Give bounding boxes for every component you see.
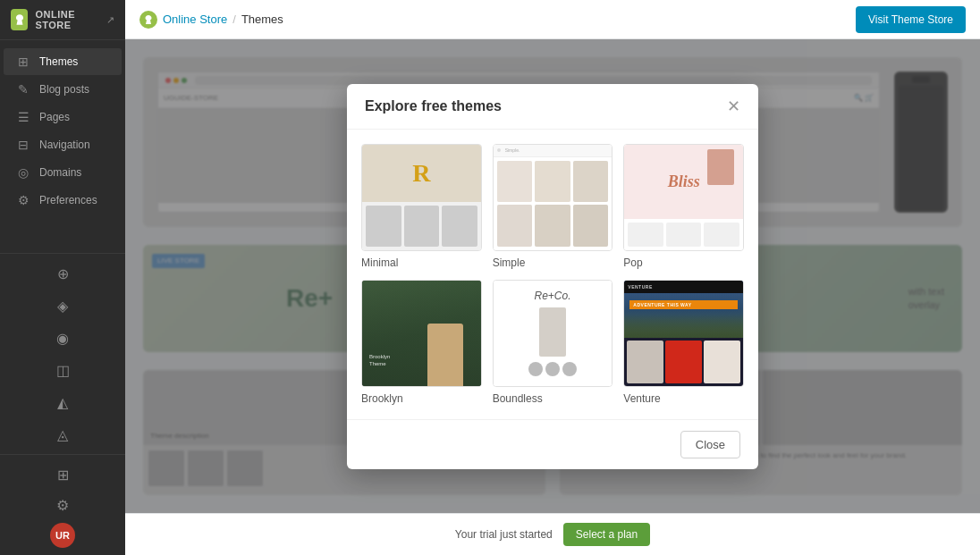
pop-main: Bliss — [624, 145, 743, 219]
boundless-avatar-2 — [545, 362, 560, 376]
sidebar-item-label-preferences: Preferences — [39, 194, 97, 206]
theme-preview-boundless: Re+Co. — [493, 280, 613, 387]
sidebar-products-icon[interactable]: ◈ — [50, 293, 75, 318]
pop-image — [707, 149, 734, 185]
simple-product-3 — [573, 161, 609, 203]
topbar: Online Store / Themes Visit Theme Store — [125, 0, 980, 39]
sidebar-item-domains[interactable]: ◎ Domains — [4, 159, 122, 186]
breadcrumb: Online Store / Themes — [139, 11, 283, 29]
minimal-letter: R — [412, 159, 430, 188]
modal-overlay[interactable]: Explore free themes ✕ R — [125, 39, 980, 513]
sidebar-item-navigation[interactable]: ⊟ Navigation — [4, 131, 122, 158]
preferences-icon: ⚙ — [14, 193, 32, 207]
modal-body: R Minimal — [347, 130, 758, 419]
sidebar-item-label-pages: Pages — [39, 111, 70, 123]
pop-item-2 — [666, 223, 702, 247]
simple-product-4 — [497, 205, 533, 247]
external-link-icon[interactable]: ↗ — [106, 14, 114, 26]
boundless-avatar-3 — [562, 362, 577, 376]
sidebar-item-pages[interactable]: ☰ Pages — [4, 104, 122, 130]
brooklyn-person — [427, 324, 463, 386]
sidebar-item-label-domains: Domains — [39, 166, 81, 179]
user-avatar[interactable]: UR — [50, 523, 75, 548]
content-area: UGUIDE-STORE HomeCatalog 🔍 🛒 ▦ ▦ ▦ — [125, 39, 980, 513]
sidebar-item-label-themes: Themes — [39, 55, 78, 68]
sidebar-store-name: ONLINE STORE — [35, 9, 99, 30]
simple-product-1 — [497, 161, 533, 203]
sidebar-orders-icon[interactable]: ⊕ — [50, 261, 75, 286]
boundless-title: Re+Co. — [534, 290, 570, 302]
boundless-figure — [539, 307, 566, 357]
sidebar-section-icons: ⊕ ◈ ◉ ◫ ◭ ◬ — [0, 253, 125, 454]
theme-preview-brooklyn: BrooklynTheme — [361, 280, 482, 387]
sidebar-item-preferences[interactable]: ⚙ Preferences — [4, 187, 122, 214]
theme-card-venture[interactable]: ADVENTURE THIS WAY VENTURE — [623, 280, 744, 405]
sidebar: ONLINE STORE ↗ ⊞ Themes ✎ Blog posts ☰ P… — [0, 0, 125, 555]
sidebar-settings-icon[interactable]: ⚙ — [50, 492, 75, 517]
shopify-icon — [139, 11, 157, 29]
theme-preview-simple: Simple. — [493, 144, 613, 251]
modal-title: Explore free themes — [365, 98, 502, 114]
theme-name-brooklyn: Brooklyn — [361, 392, 482, 405]
theme-preview-minimal: R — [361, 144, 482, 251]
theme-preview-venture: ADVENTURE THIS WAY VENTURE — [623, 280, 744, 387]
venture-product-1 — [627, 341, 663, 383]
venture-banner: ADVENTURE THIS WAY — [629, 300, 738, 309]
pages-icon: ☰ — [14, 110, 32, 124]
theme-card-simple[interactable]: Simple. — [493, 144, 613, 269]
theme-preview-pop: Bliss — [623, 144, 744, 251]
sidebar-nav: ⊞ Themes ✎ Blog posts ☰ Pages ⊟ Navigati… — [0, 40, 125, 253]
modal-footer: Close — [347, 419, 758, 469]
bottom-bar: Your trial just started Select a plan — [125, 513, 980, 555]
simple-product-2 — [535, 161, 570, 203]
pop-item-3 — [704, 223, 739, 247]
theme-card-pop[interactable]: Bliss Pop — [623, 144, 744, 269]
theme-name-venture: Venture — [623, 392, 744, 405]
blog-icon: ✎ — [14, 82, 32, 97]
boundless-avatar-1 — [528, 362, 543, 376]
navigation-icon: ⊟ — [14, 138, 32, 152]
sidebar-marketing-icon[interactable]: ◭ — [50, 390, 75, 415]
themes-icon: ⊞ — [14, 55, 32, 69]
simple-bar: Simple. — [494, 145, 612, 157]
sidebar-item-label-navigation: Navigation — [39, 139, 90, 151]
brooklyn-text: BrooklynTheme — [369, 353, 390, 368]
boundless-avatars — [528, 362, 577, 376]
theme-card-brooklyn[interactable]: BrooklynTheme Brooklyn — [361, 280, 482, 405]
venture-products — [624, 338, 743, 385]
main-content: Online Store / Themes Visit Theme Store — [125, 0, 980, 555]
breadcrumb-separator: / — [232, 13, 236, 26]
theme-card-boundless[interactable]: Re+Co. Boundless — [493, 280, 613, 405]
simple-product-5 — [535, 205, 570, 247]
sidebar-logo — [11, 9, 28, 30]
sidebar-apps-icon[interactable]: ⊞ — [50, 462, 75, 487]
sidebar-item-blog-posts[interactable]: ✎ Blog posts — [4, 76, 122, 103]
modal-close-button[interactable]: ✕ — [727, 98, 740, 114]
venture-product-2 — [665, 341, 702, 383]
sidebar-item-themes[interactable]: ⊞ Themes — [4, 48, 122, 75]
minimal-img-2 — [404, 206, 440, 246]
theme-name-minimal: Minimal — [361, 256, 482, 269]
sidebar-analytics-icon[interactable]: ◫ — [50, 357, 75, 383]
explore-themes-modal: Explore free themes ✕ R — [347, 84, 758, 469]
pop-item-1 — [628, 223, 663, 247]
select-plan-button[interactable]: Select a plan — [563, 523, 650, 546]
theme-grid: R Minimal — [361, 144, 744, 405]
modal-footer-close-button[interactable]: Close — [680, 431, 740, 458]
sidebar-header: ONLINE STORE ↗ — [0, 0, 125, 40]
breadcrumb-parent: Online Store — [163, 13, 227, 26]
visit-theme-store-button[interactable]: Visit Theme Store — [856, 6, 966, 33]
simple-product-6 — [573, 205, 609, 247]
modal-header: Explore free themes ✕ — [347, 84, 758, 130]
theme-name-boundless: Boundless — [493, 392, 613, 405]
theme-name-simple: Simple — [493, 256, 613, 269]
sidebar-item-label-blog: Blog posts — [39, 83, 89, 96]
theme-card-minimal[interactable]: R Minimal — [361, 144, 482, 269]
theme-name-pop: Pop — [623, 256, 744, 269]
sidebar-bottom: ⊞ ⚙ UR — [0, 454, 125, 555]
domains-icon: ◎ — [14, 165, 32, 180]
sidebar-customers-icon[interactable]: ◉ — [50, 325, 75, 350]
sidebar-discounts-icon[interactable]: ◬ — [50, 422, 75, 447]
breadcrumb-current: Themes — [241, 13, 283, 26]
minimal-img-1 — [366, 206, 401, 246]
